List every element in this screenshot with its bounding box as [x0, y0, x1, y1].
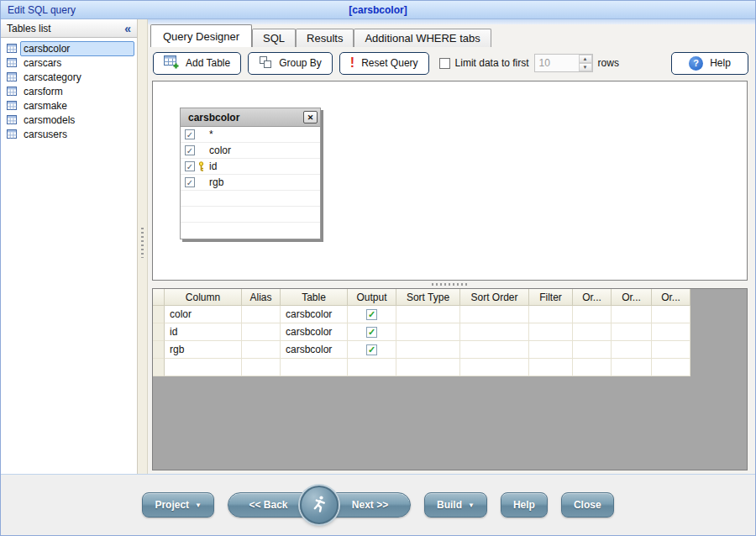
sidebar-item-carsusers[interactable]: carsusers [1, 127, 137, 141]
cell-sort-order[interactable] [460, 323, 529, 341]
cell-filter[interactable] [529, 359, 573, 376]
row-selector[interactable] [153, 323, 165, 341]
tab-additional-where[interactable]: Additional WHERE tabs [354, 29, 491, 47]
cell-table[interactable]: carsbcolor [281, 323, 348, 341]
sidebar-item-label: carsbcolor [20, 41, 134, 56]
table-card-carsbcolor[interactable]: carsbcolor ✕ * color [180, 108, 321, 239]
build-button[interactable]: Build ▼ [424, 492, 487, 518]
cell-column[interactable]: rgb [165, 341, 242, 359]
cell-output [348, 341, 396, 359]
sidebar-item-carscategory[interactable]: carscategory [1, 70, 137, 84]
sidebar-item-carsmake[interactable]: carsmake [1, 98, 137, 113]
cell-filter[interactable] [529, 341, 573, 359]
row-selector[interactable] [153, 306, 165, 323]
field-checkbox[interactable] [185, 161, 195, 171]
cell-output[interactable] [348, 359, 396, 376]
output-checkbox[interactable] [366, 309, 377, 320]
field-checkbox[interactable] [185, 177, 195, 187]
cell-column[interactable] [165, 359, 242, 376]
output-checkbox[interactable] [366, 327, 377, 338]
sidebar-item-carsbcolor[interactable]: carsbcolor [1, 41, 137, 55]
add-table-button[interactable]: Add Table [153, 52, 241, 75]
cell-sort-order[interactable] [460, 359, 529, 376]
tab-results[interactable]: Results [296, 29, 354, 47]
column-header: Or... [573, 289, 612, 306]
tab-query-designer[interactable]: Query Designer [150, 24, 252, 47]
reset-query-button[interactable]: ! Reset Query [339, 52, 429, 75]
sidebar-item-carsmodels[interactable]: carsmodels [1, 113, 137, 127]
field-name: color [208, 145, 231, 156]
row-selector-header [153, 289, 165, 306]
row-selector[interactable] [153, 359, 165, 376]
cell-column[interactable]: id [165, 323, 242, 341]
cell-or[interactable] [652, 323, 690, 341]
cell-alias[interactable] [242, 341, 281, 359]
field-checkbox[interactable] [185, 129, 195, 139]
cell-or[interactable] [612, 323, 652, 341]
tables-sidebar: Tables list « carsbcolor carscars carsca… [1, 19, 138, 474]
run-query-button[interactable] [300, 486, 339, 524]
cell-table[interactable]: carsbcolor [281, 341, 348, 359]
spinner-up-icon[interactable]: ▲ [579, 55, 592, 63]
project-button[interactable]: Project ▼ [142, 492, 214, 518]
chevron-down-icon: ▼ [195, 502, 202, 509]
cell-column[interactable]: color [165, 306, 242, 323]
spinner-down-icon[interactable]: ▼ [579, 63, 592, 71]
cell-or[interactable] [573, 359, 612, 376]
group-by-button[interactable]: Group By [248, 52, 333, 75]
designer-grid-splitter[interactable] [152, 281, 748, 288]
cell-or[interactable] [573, 323, 612, 341]
build-label: Build [437, 499, 462, 511]
sidebar-item-carsform[interactable]: carsform [1, 84, 137, 98]
query-design-canvas[interactable]: carsbcolor ✕ * color [152, 81, 748, 281]
cell-or[interactable] [652, 341, 690, 359]
table-card-title: carsbcolor [188, 112, 239, 123]
row-selector[interactable] [153, 341, 165, 359]
field-row-color[interactable]: color [181, 143, 320, 159]
help-button-toolbar[interactable]: ? Help [671, 52, 748, 75]
cell-sort-type[interactable] [396, 341, 460, 359]
cell-alias[interactable] [242, 359, 281, 376]
field-row-rgb[interactable]: rgb [181, 175, 320, 191]
cell-sort-order[interactable] [460, 306, 529, 323]
grid-row-empty [153, 359, 690, 376]
sidebar-item-carscars[interactable]: carscars [1, 55, 137, 70]
limit-rows-spinner[interactable]: 10 ▲ ▼ [534, 54, 593, 72]
help-label: Help [513, 499, 535, 511]
limit-rows-value[interactable]: 10 [535, 55, 579, 71]
group-by-label: Group By [279, 57, 322, 69]
close-icon[interactable]: ✕ [303, 111, 318, 123]
main-panel: Query Designer SQL Results Additional WH… [148, 19, 755, 474]
limit-checkbox[interactable] [439, 58, 450, 69]
cell-or[interactable] [612, 341, 652, 359]
tab-sql[interactable]: SQL [252, 29, 296, 47]
cell-or[interactable] [652, 359, 690, 376]
help-button-footer[interactable]: Help [501, 492, 548, 518]
close-button[interactable]: Close [561, 492, 614, 518]
cell-filter[interactable] [529, 323, 573, 341]
collapse-sidebar-icon[interactable]: « [124, 23, 131, 34]
sidebar-splitter[interactable] [138, 19, 148, 474]
cell-or[interactable] [573, 306, 612, 323]
cell-sort-type[interactable] [396, 359, 460, 376]
cell-filter[interactable] [529, 306, 573, 323]
cell-sort-order[interactable] [460, 341, 529, 359]
cell-or[interactable] [573, 341, 612, 359]
cell-sort-type[interactable] [396, 306, 460, 323]
cell-or[interactable] [612, 306, 652, 323]
cell-table[interactable]: carsbcolor [281, 306, 348, 323]
cell-table[interactable] [281, 359, 348, 376]
cell-or[interactable] [652, 306, 690, 323]
cell-or[interactable] [612, 359, 652, 376]
field-checkbox[interactable] [185, 145, 195, 155]
output-checkbox[interactable] [366, 344, 377, 355]
field-row-id[interactable]: id [181, 159, 320, 175]
tables-list: carsbcolor carscars carscategory carsfor… [1, 38, 137, 141]
cell-sort-type[interactable] [396, 323, 460, 341]
limit-group: Limit data to first 10 ▲ ▼ rows [439, 54, 619, 72]
cell-alias[interactable] [242, 306, 281, 323]
sidebar-item-label: carsmake [20, 98, 134, 113]
table-card-header[interactable]: carsbcolor ✕ [181, 108, 320, 127]
field-row-star[interactable]: * [181, 127, 320, 143]
cell-alias[interactable] [242, 323, 281, 341]
